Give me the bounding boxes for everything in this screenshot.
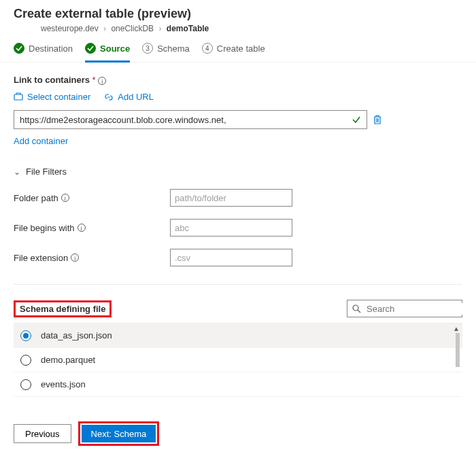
- svg-point-1: [353, 305, 358, 311]
- chevron-right-icon: ›: [158, 24, 161, 33]
- add-container-link[interactable]: Add container: [14, 136, 68, 146]
- chevron-down-icon: ⌄: [14, 167, 20, 177]
- file-name: events.json: [41, 379, 86, 389]
- file-row[interactable]: events.json: [14, 372, 462, 397]
- container-url-value: https://dme2estorageaccount.blob.core.wi…: [20, 115, 352, 125]
- step-schema[interactable]: 3 Schema: [142, 43, 190, 58]
- scrollbar[interactable]: [456, 333, 460, 367]
- link-icon: [104, 92, 114, 102]
- info-icon[interactable]: i: [78, 224, 86, 232]
- step-label: Create table: [217, 43, 265, 54]
- select-container-button[interactable]: Select container: [14, 92, 90, 102]
- add-url-label: Add URL: [118, 92, 154, 102]
- schema-file-list: ▲ data_as_json.json demo.parquet events.…: [14, 323, 462, 397]
- page-title: Create external table (preview): [14, 7, 462, 21]
- file-begins-with-input[interactable]: [170, 219, 292, 237]
- file-radio[interactable]: [20, 355, 31, 366]
- file-begins-with-label: File begins with: [14, 223, 75, 233]
- select-container-label: Select container: [27, 92, 90, 102]
- breadcrumb: westeurope.dev › oneClickDB › demoTable: [41, 24, 462, 33]
- section-label-link-containers: Link to containers: [14, 75, 90, 85]
- step-number: 3: [142, 43, 153, 54]
- check-icon: [85, 43, 96, 54]
- container-url-input[interactable]: https://dme2estorageaccount.blob.core.wi…: [14, 110, 367, 129]
- file-filters-toggle[interactable]: ⌄ File Filters: [14, 167, 462, 177]
- previous-button[interactable]: Previous: [14, 424, 71, 443]
- add-url-button[interactable]: Add URL: [104, 92, 154, 102]
- file-extension-input[interactable]: [170, 249, 292, 266]
- breadcrumb-item[interactable]: oneClickDB: [111, 24, 154, 33]
- next-schema-button[interactable]: Next: Schema: [82, 425, 156, 442]
- step-label: Source: [100, 43, 130, 54]
- schema-defining-file-highlight: Schema defining file: [14, 300, 112, 317]
- step-label: Destination: [29, 43, 73, 54]
- chevron-right-icon: ›: [103, 24, 106, 33]
- file-radio[interactable]: [20, 379, 31, 390]
- info-icon[interactable]: i: [98, 77, 106, 85]
- schema-defining-file-label: Schema defining file: [20, 304, 105, 314]
- scroll-up-icon[interactable]: ▲: [453, 325, 460, 332]
- delete-container-button[interactable]: [373, 114, 382, 125]
- file-radio[interactable]: [20, 330, 31, 341]
- step-label: Schema: [157, 43, 190, 54]
- search-icon: [352, 304, 361, 313]
- check-icon: [352, 115, 361, 124]
- info-icon[interactable]: i: [71, 254, 79, 262]
- required-marker: *: [92, 75, 96, 85]
- next-button-highlight: Next: Schema: [78, 421, 160, 446]
- file-name: data_as_json.json: [41, 330, 112, 340]
- step-destination[interactable]: Destination: [14, 43, 73, 58]
- step-create-table[interactable]: 4 Create table: [202, 43, 265, 58]
- file-search[interactable]: [347, 300, 462, 317]
- file-extension-label: File extension: [14, 253, 68, 263]
- file-name: demo.parquet: [41, 355, 95, 365]
- wizard-steps: Destination Source 3 Schema 4 Create tab…: [0, 43, 476, 63]
- breadcrumb-item[interactable]: westeurope.dev: [41, 24, 99, 33]
- svg-rect-0: [14, 94, 22, 100]
- folder-path-input[interactable]: [170, 189, 292, 207]
- check-icon: [14, 43, 24, 54]
- container-icon: [14, 92, 23, 102]
- file-search-input[interactable]: [365, 303, 476, 315]
- file-row[interactable]: demo.parquet: [14, 348, 462, 372]
- folder-path-label: Folder path: [14, 193, 58, 203]
- breadcrumb-item: demoTable: [167, 24, 209, 33]
- step-number: 4: [202, 43, 213, 54]
- file-filters-title: File Filters: [26, 167, 67, 177]
- step-source[interactable]: Source: [85, 43, 130, 58]
- info-icon[interactable]: i: [61, 194, 69, 202]
- file-row[interactable]: data_as_json.json: [14, 324, 462, 348]
